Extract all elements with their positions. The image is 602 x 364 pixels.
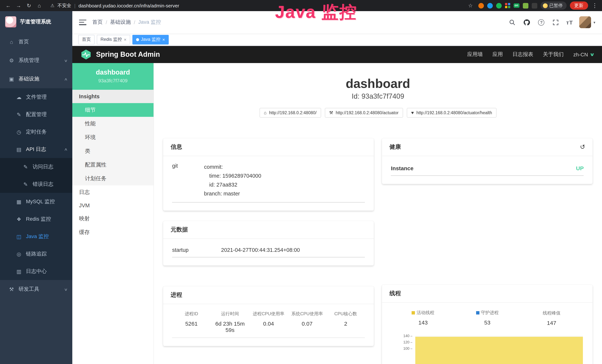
tab-redis-monitor[interactable]: Redis 监控 ×: [97, 35, 130, 44]
sidebar-item-config-management[interactable]: ✎ 配置管理: [0, 106, 72, 123]
sba-nav: 应用墙 应用 日志报表 关于我们 zh-CN ∨: [467, 51, 594, 58]
process-stats: 进程ID 5261 运行时间 6d 23h 15m 59s: [172, 311, 365, 338]
extension-icon-on-badge[interactable]: on: [513, 3, 519, 8]
address-separator: |: [74, 3, 76, 8]
sba-item-performance[interactable]: 性能: [72, 117, 153, 130]
database-icon: ▦: [15, 199, 23, 204]
sidebar-item-dev-tools[interactable]: ⚒ 研发工具 ∨: [0, 280, 72, 299]
fullscreen-icon[interactable]: [552, 18, 560, 26]
sidebar-item-trace[interactable]: ◎ 链路追踪: [0, 245, 72, 263]
y-tick: 140: [391, 334, 412, 338]
header-actions: ? тT ▾: [508, 16, 595, 28]
yellow-swatch-icon: [412, 311, 415, 314]
bookmark-star-icon[interactable]: ☆: [466, 1, 475, 10]
layers-icon: ❖: [15, 216, 23, 222]
threads-chart: 140 120 100: [391, 334, 584, 364]
tab-home[interactable]: 首页: [78, 35, 95, 44]
status-badge: UP: [576, 165, 584, 171]
close-icon[interactable]: ×: [162, 37, 165, 42]
sidebar-item-infrastructure[interactable]: ▣ 基础设施 ∧: [0, 70, 72, 88]
app-logo-bar[interactable]: 芋道管理系统: [0, 11, 72, 33]
process-stat: 运行时间 6d 23h 15m 59s: [211, 311, 249, 333]
smiley-icon: [543, 3, 548, 8]
sidebar-item-error-logs[interactable]: ✎ 错误日志: [0, 175, 72, 193]
instance-health-row[interactable]: Instance UP: [391, 165, 584, 176]
security-label[interactable]: 不安全: [57, 2, 71, 9]
sba-item-mappings[interactable]: 映射: [72, 212, 153, 225]
sidebar-item-mysql-monitor[interactable]: ▦ MySQL 监控: [0, 193, 72, 210]
sba-item-environment[interactable]: 环境: [72, 130, 153, 144]
sba-nav-journal[interactable]: 日志报表: [512, 51, 533, 58]
sba-item-caches[interactable]: 缓存: [72, 225, 153, 239]
sba-nav-wallboard[interactable]: 应用墙: [467, 51, 483, 58]
user-menu[interactable]: ▾: [579, 16, 595, 28]
sba-locale-select[interactable]: zh-CN ∨: [573, 52, 594, 57]
url-text[interactable]: dashboard.yudao.iocoder.cn/infra/admin-s…: [78, 3, 179, 8]
sba-section-insights: Insights: [72, 90, 153, 103]
browser-menu-icon[interactable]: ⋮: [591, 2, 598, 9]
extension-icon-grid[interactable]: [505, 3, 510, 8]
sidebar-item-home[interactable]: ⌂ 首页: [0, 33, 72, 51]
hamburger-icon[interactable]: [79, 20, 86, 25]
breadcrumb-separator: /: [134, 19, 135, 25]
extension-icon-orange[interactable]: [478, 3, 484, 8]
sidebar-item-system-management[interactable]: ⚙ 系统管理 ∨: [0, 51, 72, 70]
instance-links: ⌂ http://192.168.0.2:48080/ ⚒ http://192…: [163, 108, 593, 118]
avatar: [579, 16, 591, 28]
browser-update-button[interactable]: 更新: [570, 1, 588, 10]
extension-icon-leaf[interactable]: [523, 3, 528, 8]
sidebar-item-java-monitor[interactable]: ◫ Java 监控: [0, 228, 72, 245]
infrastructure-icon: ▣: [7, 76, 16, 82]
address-bar[interactable]: ⚠ 不安全 | dashboard.yudao.iocoder.cn/infra…: [50, 2, 464, 9]
tools-icon: ⚒: [7, 286, 16, 292]
chevron-down-icon: ∨: [64, 58, 68, 63]
sidebar-item-redis-monitor[interactable]: ❖ Redis 监控: [0, 210, 72, 228]
history-icon[interactable]: ↺: [580, 143, 585, 151]
sidebar-item-file-management[interactable]: ☁ 文件管理: [0, 88, 72, 106]
sba-item-jvm[interactable]: JVM: [72, 199, 153, 212]
legend-peak-threads: 线程峰值 147: [519, 309, 584, 326]
sba-item-classes[interactable]: 类: [72, 144, 153, 158]
sba-nav-about[interactable]: 关于我们: [543, 51, 564, 58]
help-icon[interactable]: ?: [537, 18, 546, 26]
sba-item-details[interactable]: 细节: [72, 103, 153, 117]
sba-brand-title[interactable]: Spring Boot Admin: [96, 50, 160, 59]
forward-icon[interactable]: →: [14, 1, 23, 10]
extension-icon-blue-drop[interactable]: [487, 3, 493, 8]
sba-item-logs[interactable]: 日志: [72, 185, 153, 199]
github-icon[interactable]: [523, 18, 531, 26]
info-card-title: 信息: [171, 143, 182, 151]
breadcrumb-home[interactable]: 首页: [92, 19, 103, 26]
breadcrumb-current: Java 监控: [138, 19, 161, 26]
profile-paused-badge[interactable]: 已暂停: [540, 1, 566, 10]
back-icon[interactable]: ←: [4, 1, 13, 10]
sidebar-item-api-logs[interactable]: ▤ API 日志 ∧: [0, 140, 72, 158]
sba-instance-block[interactable]: dashboard 93a3fc7f7409: [72, 63, 153, 90]
sba-item-config-properties[interactable]: 配置属性: [72, 158, 153, 172]
app-sidebar: 芋道管理系统 ⌂ 首页 ⚙ 系统管理 ∨ ▣ 基础设施 ∧ ☁ 文件管理 ✎: [0, 11, 72, 364]
document-icon: ✎: [22, 164, 30, 170]
search-icon[interactable]: [508, 18, 516, 26]
sba-nav-applications[interactable]: 应用: [493, 51, 503, 58]
font-size-icon[interactable]: тT: [566, 19, 573, 25]
sidebar-item-access-logs[interactable]: ✎ 访问日志: [0, 158, 72, 175]
sidebar-item-scheduled-tasks[interactable]: ◷ 定时任务: [0, 123, 72, 140]
sba-instance-id: 93a3fc7f7409: [76, 78, 150, 84]
live-threads-area: [416, 337, 583, 364]
actuator-url-link[interactable]: ⚒ http://192.168.0.2:48080/actuator: [325, 108, 403, 118]
wrench-icon: ⚒: [329, 110, 333, 115]
breadcrumb-infrastructure[interactable]: 基础设施: [110, 19, 131, 26]
service-url-link[interactable]: ⌂ http://192.168.0.2:48080/: [259, 108, 321, 118]
health-url-link[interactable]: ♥ http://192.168.0.2:48080/actuator/heal…: [407, 108, 496, 118]
extension-icon-green-circle[interactable]: [496, 3, 502, 8]
chevron-up-icon: ∧: [64, 147, 68, 151]
tab-java-monitor[interactable]: Java 监控 ×: [132, 35, 169, 44]
reload-icon[interactable]: ↻: [24, 1, 33, 10]
home-icon[interactable]: ⌂: [35, 1, 44, 10]
instance-title: dashboard: [163, 76, 593, 91]
extension-icon-puzzle[interactable]: [532, 3, 537, 8]
close-icon[interactable]: ×: [124, 37, 127, 42]
sba-item-scheduled-tasks[interactable]: 计划任务: [72, 172, 153, 185]
metadata-card-title: 元数据: [171, 226, 188, 234]
sidebar-item-log-center[interactable]: ▥ 日志中心: [0, 263, 72, 280]
